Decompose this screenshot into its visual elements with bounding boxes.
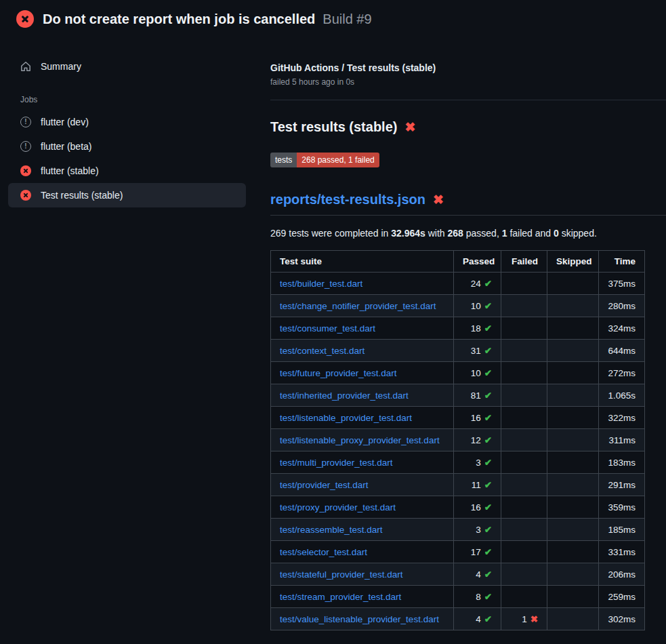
sidebar-item-flutter-beta[interactable]: ! flutter (beta): [8, 134, 246, 159]
check-icon: ✔: [484, 525, 492, 535]
skipped-cell: [547, 519, 599, 541]
failed-cell: [501, 340, 547, 362]
check-icon: ✔: [484, 614, 492, 624]
sidebar-item-flutter-stable[interactable]: flutter (stable): [8, 159, 246, 183]
suite-cell: test/selector_test.dart: [271, 541, 454, 563]
check-icon: ✔: [484, 458, 492, 468]
sidebar-item-test-results-stable[interactable]: Test results (stable): [8, 183, 246, 207]
table-row: test/reassemble_test.dart3✔185ms: [271, 519, 645, 541]
passed-cell: 17✔: [454, 541, 501, 563]
failed-status-icon: [16, 10, 34, 28]
summary-duration: 32.964s: [391, 228, 425, 239]
passed-cell: 4✔: [454, 608, 501, 630]
suite-link[interactable]: test/stateful_provider_test.dart: [280, 569, 403, 580]
table-row: test/value_listenable_provider_test.dart…: [271, 608, 645, 630]
skipped-cell: [547, 273, 599, 295]
failed-cell: [501, 295, 547, 317]
time-cell: 280ms: [599, 295, 645, 317]
table-row: test/consumer_test.dart18✔324ms: [271, 317, 645, 340]
check-icon: ✔: [484, 368, 492, 378]
table-row: test/stateful_provider_test.dart4✔206ms: [271, 563, 645, 586]
suite-link[interactable]: test/listenable_provider_test.dart: [280, 413, 412, 423]
table-row: test/future_provider_test.dart10✔272ms: [271, 362, 645, 384]
suite-link[interactable]: test/consumer_test.dart: [280, 323, 375, 334]
sidebar-item-summary[interactable]: Summary: [8, 54, 246, 79]
time-cell: 206ms: [599, 563, 645, 586]
summary-failed: 1: [502, 228, 507, 239]
passed-cell: 12✔: [454, 429, 501, 451]
table-row: test/builder_test.dart24✔375ms: [271, 273, 645, 295]
summary-text: 269 tests were completed in 32.964s with…: [270, 228, 666, 239]
failed-cell: [501, 384, 547, 407]
summary-passed: 268: [448, 228, 463, 239]
home-icon: [20, 61, 31, 72]
suite-link[interactable]: test/multi_provider_test.dart: [280, 458, 393, 468]
skipped-cell: [547, 541, 599, 563]
job-label: flutter (dev): [41, 117, 89, 127]
skipped-cell: [547, 474, 599, 496]
sidebar-item-flutter-dev[interactable]: ! flutter (dev): [8, 110, 246, 134]
check-icon: ✔: [484, 413, 492, 423]
time-cell: 324ms: [599, 317, 645, 340]
suite-link[interactable]: test/builder_test.dart: [280, 279, 362, 289]
skipped-cell: [547, 563, 599, 586]
suite-cell: test/provider_test.dart: [271, 474, 454, 496]
failed-cell: [501, 586, 547, 608]
suite-link[interactable]: test/stream_provider_test.dart: [280, 592, 401, 602]
suite-link[interactable]: test/change_notifier_provider_test.dart: [280, 301, 436, 311]
time-cell: 183ms: [599, 451, 645, 474]
passed-cell: 8✔: [454, 586, 501, 608]
suite-link[interactable]: test/provider_test.dart: [280, 480, 369, 490]
suite-cell: test/future_provider_test.dart: [271, 362, 454, 384]
time-cell: 272ms: [599, 362, 645, 384]
report-heading: reports/test-results.json ✖: [270, 192, 666, 216]
warning-icon: !: [20, 141, 31, 152]
failed-cell: 1✖: [501, 608, 547, 630]
suite-link[interactable]: test/proxy_provider_test.dart: [280, 502, 396, 512]
check-icon: ✔: [484, 390, 492, 401]
suite-link[interactable]: test/listenable_proxy_provider_test.dart: [280, 435, 440, 445]
suite-cell: test/context_test.dart: [271, 340, 454, 362]
sidebar-summary-label: Summary: [41, 61, 81, 72]
skipped-cell: [547, 451, 599, 474]
passed-cell: 24✔: [454, 273, 501, 295]
tests-status-badge: tests 268 passed, 1 failed: [270, 153, 379, 167]
suite-cell: test/stream_provider_test.dart: [271, 586, 454, 608]
header-test-suite: Test suite: [271, 251, 454, 273]
suite-cell: test/value_listenable_provider_test.dart: [271, 608, 454, 630]
suite-link[interactable]: test/value_listenable_provider_test.dart: [280, 614, 439, 624]
table-row: test/selector_test.dart17✔331ms: [271, 541, 645, 563]
report-file-link[interactable]: reports/test-results.json: [270, 192, 425, 207]
time-cell: 375ms: [599, 273, 645, 295]
header-passed: Passed: [454, 251, 501, 273]
passed-cell: 18✔: [454, 317, 501, 340]
table-row: test/inherited_provider_test.dart81✔1.06…: [271, 384, 645, 407]
header-skipped: Skipped: [547, 251, 599, 273]
suite-cell: test/multi_provider_test.dart: [271, 451, 454, 474]
suite-link[interactable]: test/selector_test.dart: [280, 547, 367, 557]
suite-link[interactable]: test/future_provider_test.dart: [280, 368, 397, 378]
time-cell: 311ms: [599, 429, 645, 451]
suite-cell: test/listenable_provider_test.dart: [271, 407, 454, 429]
check-icon: ✔: [484, 279, 492, 289]
failed-cell: [501, 563, 547, 586]
check-icon: ✔: [484, 323, 492, 334]
time-cell: 259ms: [599, 586, 645, 608]
page-title: Do not create report when job is cancell…: [43, 12, 315, 27]
failed-cell: [501, 496, 547, 519]
failed-status-icon: [20, 190, 31, 201]
suite-cell: test/change_notifier_provider_test.dart: [271, 295, 454, 317]
check-run-header: Do not create report when job is cancell…: [0, 0, 666, 37]
check-icon: ✔: [484, 301, 492, 311]
suite-link[interactable]: test/inherited_provider_test.dart: [280, 390, 409, 401]
check-icon: ✔: [484, 346, 492, 356]
warning-icon: !: [20, 117, 31, 127]
check-icon: ✔: [484, 435, 492, 445]
section-title-text: Test results (stable): [270, 119, 397, 135]
skipped-cell: [547, 429, 599, 451]
suite-link[interactable]: test/reassemble_test.dart: [280, 525, 383, 535]
time-cell: 331ms: [599, 541, 645, 563]
skipped-cell: [547, 317, 599, 340]
sidebar: Summary Jobs ! flutter (dev) ! flutter (…: [0, 37, 254, 207]
suite-link[interactable]: test/context_test.dart: [280, 346, 365, 356]
